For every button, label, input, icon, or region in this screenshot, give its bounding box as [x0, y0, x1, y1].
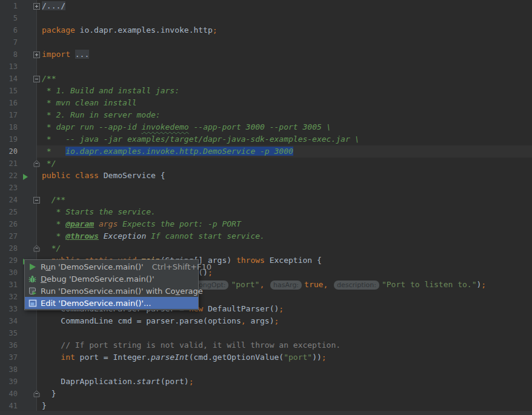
gutter	[19, 145, 37, 158]
code-text[interactable]: */	[37, 158, 532, 170]
gutter	[19, 230, 37, 242]
code-segment: "Port to listen to."	[382, 280, 477, 289]
code-text[interactable]: // If port string is not valid, it will …	[37, 339, 532, 351]
gutter	[19, 388, 37, 400]
code-text[interactable]	[37, 36, 532, 48]
code-text[interactable]: /**	[37, 73, 532, 85]
code-text[interactable]: * mvn clean install	[37, 97, 532, 109]
menu-item-debug[interactable]: Debug 'DemoService.main()'	[25, 273, 198, 285]
code-segment: *	[42, 147, 65, 156]
line-number: 6	[0, 24, 19, 36]
code-text[interactable]: */	[37, 242, 532, 254]
line-number: 35	[0, 327, 19, 339]
code-text[interactable]: * @throws Exception If cannot start serv…	[37, 230, 532, 242]
code-text[interactable]: }	[37, 400, 532, 412]
code-text[interactable]: import ...	[37, 48, 532, 61]
code-segment: /.../	[42, 1, 65, 10]
code-text[interactable]: public class DemoService {	[37, 170, 532, 182]
code-text[interactable]: * io.dapr.examples.invoke.http.DemoServi…	[37, 145, 532, 158]
code-text[interactable]: * 2. Run in server mode:	[37, 109, 532, 121]
code-text[interactable]: * -- java -jar examples/target/dapr-java…	[37, 133, 532, 145]
fold-expanded-icon[interactable]	[33, 75, 40, 84]
code-segment: io.dapr.examples.invoke.http	[75, 25, 213, 35]
code-text[interactable]: DaprApplication.start(port);	[37, 376, 532, 388]
menu-item-run-with-coverage[interactable]: Run 'DemoService.main()' with Coverage	[25, 285, 198, 297]
code-text[interactable]: int port = Integer.parseInt(cmd.getOptio…	[37, 351, 532, 364]
code-text[interactable]: * dapr run --app-id invokedemo --app-por…	[37, 121, 532, 133]
horizontal-scrollbar[interactable]	[0, 411, 532, 415]
gutter	[19, 61, 37, 73]
menu-item-label: Debug 'DemoService.main()'	[41, 274, 193, 284]
code-segment: @param	[65, 219, 94, 228]
code-line: 6package io.dapr.examples.invoke.http;	[0, 24, 532, 36]
line-number: 25	[0, 206, 19, 218]
code-segment: * 2. Run in server mode:	[42, 110, 161, 119]
line-number: 20	[0, 145, 19, 158]
code-text[interactable]	[37, 364, 532, 376]
code-text[interactable]: * Starts the service.	[37, 206, 532, 218]
line-number: 21	[0, 158, 19, 170]
code-text[interactable]: package io.dapr.examples.invoke.http;	[37, 24, 532, 36]
line-number: 33	[0, 303, 19, 315]
gutter	[19, 36, 37, 48]
code-segment: * Starts the service.	[42, 207, 156, 216]
fold-end-icon[interactable]	[33, 245, 40, 254]
coverage-icon	[28, 287, 38, 295]
parameter-hint: hasArg:	[270, 281, 302, 290]
gutter	[19, 376, 37, 388]
gutter	[19, 315, 37, 327]
code-text[interactable]	[37, 61, 532, 73]
fold-collapsed-icon[interactable]	[33, 2, 40, 12]
gutter	[19, 48, 37, 61]
code-segment: }	[42, 389, 56, 398]
code-segment: }	[42, 401, 47, 410]
code-segment: /**	[42, 195, 65, 204]
line-number: 28	[0, 242, 19, 254]
gutter	[19, 194, 37, 206]
fold-end-icon[interactable]	[33, 160, 40, 169]
line-number: 16	[0, 97, 19, 109]
code-text[interactable]: * @param args Expects the port: -p PORT	[37, 218, 532, 230]
gutter	[19, 85, 37, 97]
code-segment: CommandLine cmd = parser.parse(options	[42, 316, 241, 325]
menu-item-run[interactable]: Run 'DemoService.main()'Ctrl+Shift+F10	[25, 261, 198, 273]
code-segment: import	[42, 50, 70, 59]
gutter	[19, 109, 37, 121]
code-segment: (cmd.getOptionValue(	[189, 353, 284, 362]
code-text[interactable]: CommandLine cmd = parser.parse(options, …	[37, 315, 532, 327]
code-line: 17 * 2. Run in server mode:	[0, 109, 532, 121]
code-text[interactable]	[37, 182, 532, 194]
code-segment: public	[42, 171, 70, 180]
code-segment: * mvn clean install	[42, 98, 137, 107]
gutter	[19, 170, 37, 182]
gutter	[19, 327, 37, 339]
code-segment: *	[42, 219, 65, 228]
fold-collapsed-icon[interactable]	[33, 51, 40, 60]
code-line: 1/.../	[0, 0, 532, 12]
line-number: 14	[0, 73, 19, 85]
gutter	[19, 351, 37, 364]
code-segment: --app-port 3000 --port 3005 \	[189, 122, 331, 131]
code-text[interactable]: /**	[37, 194, 532, 206]
code-segment: package	[42, 25, 75, 35]
code-text[interactable]	[37, 327, 532, 339]
run-icon[interactable]	[22, 173, 28, 182]
fold-end-icon[interactable]	[33, 390, 40, 399]
code-text[interactable]	[37, 12, 532, 24]
code-text[interactable]: }	[37, 388, 532, 400]
code-text[interactable]: * 1. Build and install jars:	[37, 85, 532, 97]
code-segment: // If port string is not valid, it will …	[42, 340, 341, 350]
menu-item-edit-configuration[interactable]: Edit 'DemoService.main()'...	[25, 297, 198, 309]
code-segment: Expects the port: -p PORT	[118, 219, 241, 228]
line-number: 19	[0, 133, 19, 145]
fold-expanded-icon[interactable]	[33, 196, 40, 205]
menu-item-shortcut: Ctrl+Shift+F10	[152, 262, 211, 271]
code-segment	[264, 280, 269, 289]
code-line: 41}	[0, 400, 532, 412]
code-segment: start	[137, 377, 161, 386]
code-segment	[328, 280, 333, 289]
code-line: 5	[0, 12, 532, 24]
code-line: 7	[0, 36, 532, 48]
code-line: 39 DaprApplication.start(port);	[0, 376, 532, 388]
code-text[interactable]: /.../	[37, 0, 532, 12]
